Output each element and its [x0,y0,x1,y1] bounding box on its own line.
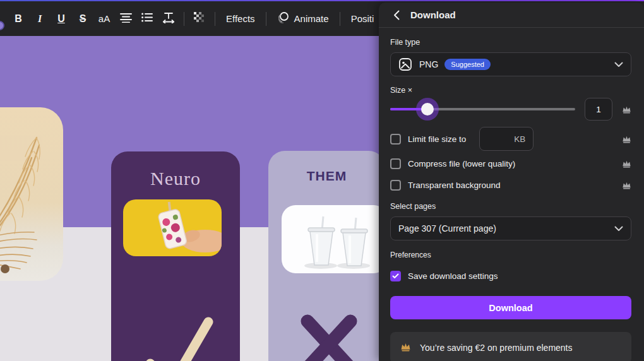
select-pages-label: Select pages [390,202,631,211]
transparency-button[interactable] [189,8,210,30]
toolbar-divider [340,12,340,26]
size-label: Size × [390,86,631,95]
select-pages-dropdown[interactable]: Page 307 (Current page) [390,216,631,240]
underline-button[interactable]: U [51,8,72,30]
pampas-grass-image [0,107,63,281]
save-settings-checkbox[interactable] [390,271,401,281]
kb-suffix: KB [514,134,525,144]
transparency-checkerboard-icon [194,12,205,26]
toolbar-divider [266,12,266,26]
bold-button[interactable]: B [8,8,29,30]
crown-icon [622,135,631,143]
hand-holding-cup-image [123,199,222,256]
preferences-label: Preferences [390,251,631,259]
crown-icon [622,105,631,114]
download-panel: Download File type PNG Suggested Size × [379,3,644,361]
slider-thumb[interactable] [421,103,434,115]
text-align-button[interactable] [115,8,136,30]
transparent-background-checkbox[interactable] [390,180,401,191]
align-center-icon [120,13,132,25]
file-size-kb-input[interactable]: KB [479,127,534,151]
file-type-select[interactable]: PNG Suggested [390,52,631,76]
toolbar-divider [215,12,215,26]
file-type-value: PNG [419,59,438,69]
text-case-button[interactable]: aA [93,8,115,30]
them-card-image[interactable] [282,205,385,273]
download-button[interactable]: Download [390,296,631,319]
check-icon [392,273,399,279]
strikethrough-button[interactable]: S [72,8,93,30]
select-pages-value: Page 307 (Current page) [398,223,496,234]
them-card[interactable]: THEM [268,151,385,361]
neuro-card-image[interactable] [123,199,222,256]
chevron-down-icon [614,226,623,232]
animate-icon [277,11,290,26]
save-download-settings-option[interactable]: Save download settings [390,265,631,287]
image-file-icon [398,57,412,71]
chevron-down-icon [614,62,623,68]
gold-crown-icon [400,342,411,354]
limit-file-size-checkbox[interactable] [390,134,401,145]
panel-title: Download [410,9,456,20]
neuro-card[interactable]: Neuro [111,151,240,361]
size-slider[interactable] [390,97,575,121]
checkmark-graphic[interactable] [144,314,215,361]
chevron-left-icon [393,10,400,20]
file-type-label: File type [390,38,631,47]
animate-label: Animate [294,13,329,24]
limit-file-size-option[interactable]: Limit file size to KB [390,125,631,153]
them-card-title[interactable]: THEM [268,169,385,184]
crown-icon [622,160,631,168]
color-swatch-icon[interactable] [0,21,4,30]
compress-file-label: Compress file (lower quality) [408,159,515,169]
save-settings-label: Save download settings [408,271,498,281]
crown-icon [622,181,631,189]
bullet-list-icon [141,13,153,25]
effects-button[interactable]: Effects [220,8,261,30]
tumblers-image [282,205,385,273]
back-button[interactable] [390,9,403,21]
text-spacing-icon [162,12,175,26]
premium-savings-banner: You’re saving €2 on premium elements [390,332,631,361]
transparent-background-option[interactable]: Transparent background [390,174,631,196]
compress-file-option[interactable]: Compress file (lower quality) [390,153,631,174]
transparent-background-label: Transparent background [408,180,501,190]
x-mark-graphic[interactable] [300,314,358,361]
banner-text: You’re saving €2 on premium elements [420,343,573,353]
pampas-photo-card[interactable] [0,107,63,281]
italic-button[interactable]: I [29,8,51,30]
toolbar-divider [184,12,184,26]
download-panel-header: Download [379,3,644,28]
limit-file-size-label: Limit file size to [408,134,466,144]
compress-file-checkbox[interactable] [390,158,401,169]
suggested-badge: Suggested [444,59,491,70]
position-button[interactable]: Positi [345,8,381,30]
bullet-list-button[interactable] [136,8,158,30]
text-spacing-button[interactable] [158,8,179,30]
animate-button[interactable]: Animate [271,8,335,30]
size-scale-input[interactable]: 1 [585,98,612,121]
neuro-card-title[interactable]: Neuro [111,168,240,189]
